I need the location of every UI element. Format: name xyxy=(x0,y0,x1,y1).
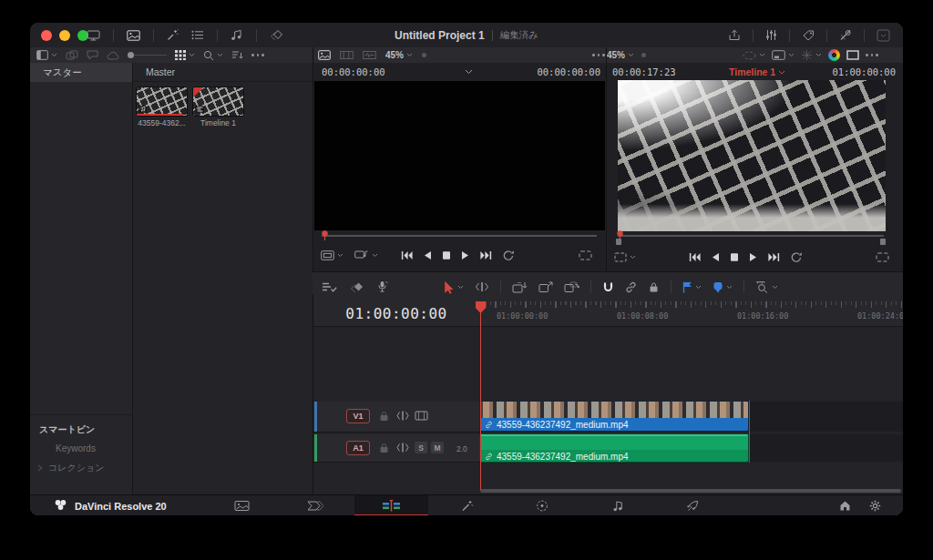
play-icon[interactable] xyxy=(749,252,758,262)
color-viewer-icon[interactable] xyxy=(828,49,840,61)
timeline-horizontal-scrollbar[interactable] xyxy=(480,489,901,493)
mixer-icon[interactable] xyxy=(765,29,777,41)
go-to-start-icon[interactable] xyxy=(401,250,413,260)
source-zoom-select[interactable]: 45% xyxy=(385,50,413,60)
display-mode-button[interactable] xyxy=(772,50,795,60)
overwrite-clip-icon[interactable] xyxy=(538,281,553,293)
timeline-video-clip[interactable]: 43559-436237492_medium.mp4 xyxy=(480,402,748,431)
page-color-icon[interactable] xyxy=(536,500,549,512)
source-audio-waveform-icon[interactable] xyxy=(363,50,376,60)
timeline-viewer-options-icon[interactable] xyxy=(866,54,878,56)
blade-overlay-icon[interactable] xyxy=(350,281,364,293)
inspector-toggle-icon[interactable] xyxy=(877,29,890,42)
sidebar-item-keywords[interactable]: Keywords xyxy=(56,443,96,453)
timeline-gang-button[interactable] xyxy=(614,252,636,262)
audio-track-badge[interactable]: A1 xyxy=(346,441,370,455)
source-scrub-bar[interactable] xyxy=(322,235,597,237)
timeline-scrub-bar[interactable] xyxy=(618,235,884,237)
play-reverse-icon[interactable] xyxy=(711,252,720,262)
edit-index-icon[interactable] xyxy=(191,30,204,40)
quick-export-icon[interactable] xyxy=(728,29,741,41)
mask-overlay-button[interactable] xyxy=(743,51,765,60)
go-to-start-icon[interactable] xyxy=(689,252,701,262)
linked-selection-icon[interactable] xyxy=(625,281,637,293)
track-lock-icon[interactable] xyxy=(379,411,389,422)
timeline-name-select[interactable]: Timeline 1 xyxy=(729,66,785,77)
source-title-chevron-icon[interactable] xyxy=(465,69,473,75)
home-icon[interactable] xyxy=(839,500,851,511)
timeline-audio-clip[interactable]: 43559-436237492_medium.mp4 xyxy=(480,434,748,462)
play-reverse-icon[interactable] xyxy=(423,250,432,260)
cloud-icon[interactable] xyxy=(107,51,119,60)
settings-gear-icon[interactable] xyxy=(869,500,881,512)
bin-list-view-button[interactable] xyxy=(36,50,57,60)
page-media-icon[interactable] xyxy=(234,500,250,512)
search-button[interactable] xyxy=(203,50,223,61)
voiceover-mic-icon[interactable] xyxy=(376,280,388,293)
flag-button[interactable] xyxy=(682,281,702,293)
video-track-badge[interactable]: V1 xyxy=(346,409,370,423)
insert-clip-icon[interactable] xyxy=(512,281,528,293)
source-match-frame-icon[interactable] xyxy=(579,250,592,260)
grid-view-button[interactable] xyxy=(175,50,195,60)
effects-library-icon[interactable] xyxy=(167,29,179,41)
go-to-end-icon[interactable] xyxy=(480,250,492,260)
thumbnail-size-slider[interactable] xyxy=(128,52,167,58)
track-lock-icon[interactable] xyxy=(379,443,389,453)
timeline-timecode-box[interactable]: 01:00:00:00 xyxy=(313,301,480,327)
go-to-end-icon[interactable] xyxy=(768,252,780,262)
timeline-zoom-select[interactable]: 45% xyxy=(607,50,634,60)
page-cut-icon[interactable] xyxy=(307,500,323,512)
media-clip-item[interactable]: 43559-4362... xyxy=(137,87,187,128)
source-av-select-button[interactable] xyxy=(354,249,378,260)
timeline-match-frame-icon[interactable] xyxy=(876,252,889,262)
selection-tool-button[interactable] xyxy=(444,280,464,294)
project-manager-icon[interactable] xyxy=(87,30,100,41)
mute-button[interactable]: M xyxy=(431,442,444,453)
track-filmstrip-icon[interactable] xyxy=(415,411,428,421)
timeline-viewer-video[interactable] xyxy=(618,80,886,231)
audio-track-header[interactable]: A1 S M 2.0 xyxy=(313,434,480,463)
safe-area-icon[interactable] xyxy=(846,50,859,60)
play-icon[interactable] xyxy=(461,250,470,260)
timeline-view-options-icon[interactable] xyxy=(322,281,337,293)
sidebar-item-collections[interactable]: コレクション xyxy=(37,462,104,474)
media-pool-options-icon[interactable] xyxy=(251,54,264,56)
source-video-area[interactable] xyxy=(314,81,605,230)
playhead-line[interactable] xyxy=(480,301,481,490)
marker-button[interactable] xyxy=(713,281,733,293)
video-track-header[interactable]: V1 xyxy=(313,402,480,433)
snapping-magnet-icon[interactable] xyxy=(602,281,614,293)
dual-bin-icon[interactable] xyxy=(66,50,78,60)
replace-clip-icon[interactable] xyxy=(564,281,579,293)
page-fusion-icon[interactable] xyxy=(461,500,474,512)
effects-overlay-icon[interactable] xyxy=(270,29,283,41)
solo-button[interactable]: S xyxy=(415,442,427,453)
stop-icon[interactable] xyxy=(730,252,739,262)
media-pool-breadcrumb[interactable]: Master xyxy=(133,63,313,82)
source-options-icon[interactable] xyxy=(592,54,605,56)
media-pool-toggle-icon[interactable] xyxy=(127,30,140,41)
page-deliver-icon[interactable] xyxy=(686,500,699,512)
timeline-clip-item[interactable]: Timeline 1 xyxy=(193,87,243,128)
stop-icon[interactable] xyxy=(442,250,451,260)
close-window-button[interactable] xyxy=(41,30,52,41)
enhanced-view-button[interactable] xyxy=(801,49,822,61)
tools-icon[interactable] xyxy=(839,29,852,41)
timeline-ruler[interactable]: 01:00:00:00 01:00:08:00 01:00:16:00 01:0… xyxy=(480,301,903,327)
auto-select-icon[interactable] xyxy=(396,411,409,421)
minimize-window-button[interactable] xyxy=(59,30,70,41)
loop-icon[interactable] xyxy=(790,251,803,262)
source-filmstrip-icon[interactable] xyxy=(340,50,354,60)
auto-select-icon[interactable] xyxy=(396,443,409,453)
page-fairlight-icon[interactable] xyxy=(612,500,624,512)
page-edit-tab-active[interactable] xyxy=(354,495,428,515)
metadata-icon[interactable] xyxy=(802,30,815,41)
sidebar-item-master[interactable]: マスター xyxy=(30,63,132,82)
loop-icon[interactable] xyxy=(502,249,515,260)
source-clip-display-button[interactable] xyxy=(321,250,343,260)
usage-filter-icon[interactable] xyxy=(87,50,98,60)
sort-icon[interactable] xyxy=(231,50,243,60)
trim-edit-mode-icon[interactable] xyxy=(475,281,489,292)
position-lock-icon[interactable] xyxy=(648,281,660,293)
